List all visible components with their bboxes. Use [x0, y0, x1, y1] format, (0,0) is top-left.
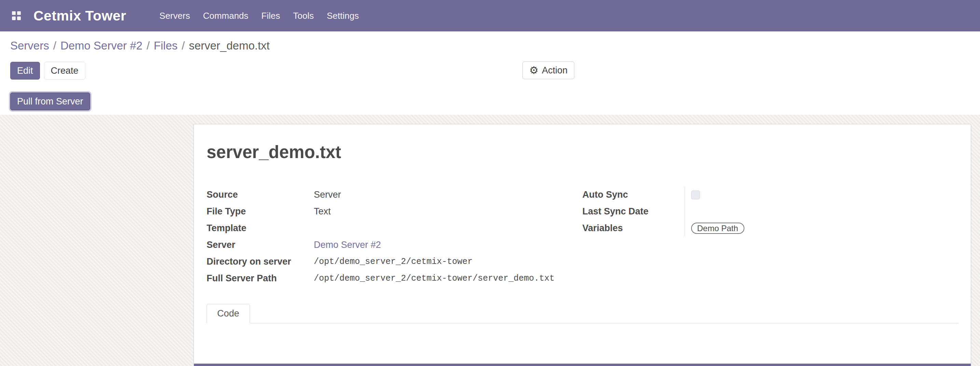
menu-servers[interactable]: Servers: [153, 0, 197, 32]
field-label-auto-sync: Auto Sync: [582, 186, 685, 203]
record-title: server_demo.txt: [207, 142, 958, 162]
breadcrumb-servers[interactable]: Servers: [10, 39, 49, 52]
breadcrumb-demo-server[interactable]: Demo Server #2: [60, 39, 142, 52]
notebook-tabs: Code: [207, 304, 958, 323]
action-button-label: Action: [542, 65, 568, 76]
pull-button-row: Pull from Server: [10, 92, 970, 111]
field-value-full-server-path: /opt/demo_server_2/cetmix-tower/server_d…: [314, 270, 582, 287]
form-sheet: server_demo.txt Source Server File Type …: [194, 124, 971, 366]
menu-tools[interactable]: Tools: [286, 0, 320, 32]
pull-from-server-button[interactable]: Pull from Server: [10, 92, 90, 110]
button-row: Edit Create ⚙ Action: [10, 62, 970, 80]
breadcrumb-separator: /: [53, 39, 56, 52]
content-area: server_demo.txt Source Server File Type …: [0, 115, 980, 366]
field-value-directory-on-server: /opt/demo_server_2/cetmix-tower: [314, 253, 582, 270]
breadcrumb-files[interactable]: Files: [154, 39, 178, 52]
apps-grid-icon: [12, 11, 21, 21]
field-label-file-type: File Type: [207, 203, 314, 220]
gear-icon: ⚙: [529, 65, 538, 75]
field-group-left: Source Server File Type Text Template Se…: [207, 186, 582, 287]
field-value-server-link[interactable]: Demo Server #2: [314, 237, 582, 253]
auto-sync-checkbox: [691, 191, 700, 199]
edit-button[interactable]: Edit: [10, 62, 40, 80]
field-value-template: [314, 220, 582, 237]
field-group-right: Auto Sync Last Sync Date Variables Demo …: [582, 186, 958, 237]
breadcrumb-separator: /: [146, 39, 150, 52]
field-label-directory-on-server: Directory on server: [207, 253, 314, 270]
apps-menu-button[interactable]: [10, 10, 22, 22]
menu-files[interactable]: Files: [255, 0, 286, 32]
field-label-template: Template: [207, 220, 314, 237]
field-value-auto-sync: [685, 186, 958, 203]
breadcrumb: Servers/Demo Server #2/Files/server_demo…: [10, 38, 970, 53]
menu-settings[interactable]: Settings: [320, 0, 365, 32]
field-label-source: Source: [207, 186, 314, 203]
field-value-last-sync-date: [685, 203, 958, 220]
variable-tag-demo-path: Demo Path: [691, 223, 745, 234]
breadcrumb-current: server_demo.txt: [189, 39, 270, 52]
top-navbar: Cetmix Tower Servers Commands Files Tool…: [0, 0, 980, 32]
field-label-server: Server: [207, 237, 314, 253]
tab-code[interactable]: Code: [207, 304, 250, 323]
field-label-variables: Variables: [582, 220, 685, 237]
menu-commands[interactable]: Commands: [196, 0, 255, 32]
tab-content: [207, 323, 958, 361]
field-value-variables: Demo Path: [685, 220, 958, 237]
action-button[interactable]: ⚙ Action: [522, 62, 574, 79]
main-menu: Servers Commands Files Tools Settings: [153, 0, 365, 32]
field-value-file-type: Text: [314, 203, 582, 220]
breadcrumb-separator: /: [182, 39, 185, 52]
field-group: Source Server File Type Text Template Se…: [207, 186, 958, 287]
app-title[interactable]: Cetmix Tower: [33, 8, 126, 24]
control-panel: Servers/Demo Server #2/Files/server_demo…: [0, 32, 980, 115]
code-editor-strip: [194, 364, 971, 366]
field-label-last-sync-date: Last Sync Date: [582, 203, 685, 220]
field-label-full-server-path: Full Server Path: [207, 270, 314, 287]
create-button[interactable]: Create: [44, 62, 85, 80]
field-value-source: Server: [314, 186, 582, 203]
